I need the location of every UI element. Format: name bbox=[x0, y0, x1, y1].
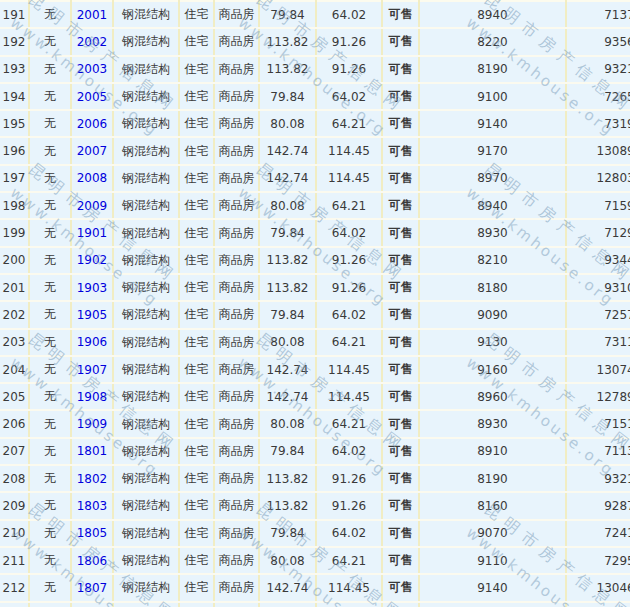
table-row: 199 无 1901 钢混结构 住宅 商品房 79.84 64.02 可售 89… bbox=[0, 219, 630, 246]
cell-build-area: 79.84 bbox=[259, 438, 316, 465]
cell-usage: 住宅 bbox=[179, 520, 214, 547]
table-row: 203 无 1906 钢混结构 住宅 商品房 80.08 64.21 可售 91… bbox=[0, 329, 630, 356]
cell-structure: 钢混结构 bbox=[113, 56, 179, 83]
unit-number-link[interactable]: 2006 bbox=[77, 117, 108, 131]
cell-usage: 住宅 bbox=[179, 192, 214, 219]
unit-number-link[interactable]: 1807 bbox=[77, 581, 108, 595]
cell-house-type: 商品房 bbox=[214, 247, 259, 274]
cell-inner-area: 114.45 bbox=[316, 165, 382, 192]
cell-build-area: 113.82 bbox=[259, 28, 316, 55]
cell-structure: 钢混结构 bbox=[113, 1, 179, 28]
cell-mortgage: 无 bbox=[29, 110, 71, 137]
cell-total-price: 715114 bbox=[566, 410, 630, 437]
cell-inner-area: 114.45 bbox=[316, 602, 382, 607]
cell-mortgage: 无 bbox=[29, 602, 71, 607]
cell-usage: 住宅 bbox=[179, 110, 214, 137]
cell-unit-price: 8940 bbox=[419, 192, 566, 219]
cell-mortgage: 无 bbox=[29, 247, 71, 274]
cell-total-price: 1308926 bbox=[566, 137, 630, 164]
cell-usage: 住宅 bbox=[179, 383, 214, 410]
cell-unit-price: 8940 bbox=[419, 602, 566, 607]
unit-number-link[interactable]: 1908 bbox=[77, 390, 108, 404]
unit-number-link[interactable]: 1909 bbox=[77, 417, 108, 431]
cell-build-area: 113.82 bbox=[259, 56, 316, 83]
cell-inner-area: 64.02 bbox=[316, 83, 382, 110]
unit-number-link[interactable]: 1806 bbox=[77, 554, 108, 568]
table-row: 202 无 1905 钢混结构 住宅 商品房 79.84 64.02 可售 90… bbox=[0, 301, 630, 328]
cell-inner-area: 114.45 bbox=[316, 356, 382, 383]
cell-build-area: 79.84 bbox=[259, 1, 316, 28]
cell-sale-status: 可售 bbox=[382, 465, 419, 492]
unit-number-link[interactable]: 1902 bbox=[77, 253, 108, 267]
cell-usage: 住宅 bbox=[179, 83, 214, 110]
cell-unit-price: 9090 bbox=[419, 301, 566, 328]
cell-inner-area: 114.45 bbox=[316, 383, 382, 410]
cell-house-type: 商品房 bbox=[214, 492, 259, 519]
cell-unit-number: 1905 bbox=[71, 301, 113, 328]
cell-house-type: 商品房 bbox=[214, 110, 259, 137]
cell-unit-number: 2007 bbox=[71, 137, 113, 164]
cell-structure: 钢混结构 bbox=[113, 574, 179, 601]
unit-number-link[interactable]: 2003 bbox=[77, 62, 108, 76]
cell-sale-status: 可售 bbox=[382, 219, 419, 246]
unit-number-link[interactable]: 1906 bbox=[77, 335, 108, 349]
cell-total-price: 712971 bbox=[566, 219, 630, 246]
cell-house-type: 商品房 bbox=[214, 1, 259, 28]
cell-unit-price: 9170 bbox=[419, 137, 566, 164]
cell-build-area: 142.74 bbox=[259, 383, 316, 410]
cell-build-area: 142.74 bbox=[259, 137, 316, 164]
cell-unit-number: 1808 bbox=[71, 602, 113, 607]
cell-sale-status: 可售 bbox=[382, 301, 419, 328]
cell-sale-status: 可售 bbox=[382, 520, 419, 547]
cell-sale-status: 可售 bbox=[382, 356, 419, 383]
cell-house-type: 商品房 bbox=[214, 465, 259, 492]
cell-unit-number: 1906 bbox=[71, 329, 113, 356]
cell-build-area: 79.84 bbox=[259, 301, 316, 328]
unit-number-link[interactable]: 2007 bbox=[77, 144, 108, 158]
cell-inner-area: 64.02 bbox=[316, 520, 382, 547]
cell-inner-area: 91.26 bbox=[316, 465, 382, 492]
cell-row-number: 194 bbox=[0, 83, 29, 110]
unit-number-link[interactable]: 1802 bbox=[77, 472, 108, 486]
unit-number-link[interactable]: 1907 bbox=[77, 363, 108, 377]
unit-number-link[interactable]: 2005 bbox=[77, 90, 108, 104]
cell-row-number: 212 bbox=[0, 574, 29, 601]
cell-sale-status: 可售 bbox=[382, 110, 419, 137]
unit-number-link[interactable]: 1801 bbox=[77, 444, 108, 458]
cell-sale-status: 可售 bbox=[382, 137, 419, 164]
unit-number-link[interactable]: 1903 bbox=[77, 281, 108, 295]
unit-number-link[interactable]: 1803 bbox=[77, 499, 108, 513]
cell-structure: 钢混结构 bbox=[113, 410, 179, 437]
cell-house-type: 商品房 bbox=[214, 301, 259, 328]
unit-number-link[interactable]: 1905 bbox=[77, 308, 108, 322]
cell-unit-number: 2008 bbox=[71, 165, 113, 192]
cell-inner-area: 91.26 bbox=[316, 492, 382, 519]
cell-mortgage: 无 bbox=[29, 137, 71, 164]
cell-unit-price: 8930 bbox=[419, 219, 566, 246]
cell-house-type: 商品房 bbox=[214, 274, 259, 301]
unit-number-link[interactable]: 2008 bbox=[77, 171, 108, 185]
table-row: 205 无 1908 钢混结构 住宅 商品房 142.74 114.45 可售 … bbox=[0, 383, 630, 410]
cell-unit-price: 8970 bbox=[419, 165, 566, 192]
table-row: 212 无 1807 钢混结构 住宅 商品房 142.74 114.45 可售 … bbox=[0, 574, 630, 601]
unit-number-link[interactable]: 1901 bbox=[77, 226, 108, 240]
table-row: 191 无 2001 钢混结构 住宅 商品房 79.84 64.02 可售 89… bbox=[0, 1, 630, 28]
cell-row-number: 206 bbox=[0, 410, 29, 437]
cell-usage: 住宅 bbox=[179, 219, 214, 246]
table-row: 213 无 1808 钢混结构 住宅 商品房 142.74 114.45 可售 … bbox=[0, 602, 630, 607]
unit-number-link[interactable]: 2001 bbox=[77, 8, 108, 22]
cell-total-price: 928771 bbox=[566, 492, 630, 519]
unit-number-link[interactable]: 2002 bbox=[77, 35, 108, 49]
cell-inner-area: 91.26 bbox=[316, 274, 382, 301]
cell-mortgage: 无 bbox=[29, 410, 71, 437]
cell-house-type: 商品房 bbox=[214, 547, 259, 574]
cell-build-area: 80.08 bbox=[259, 410, 316, 437]
unit-number-link[interactable]: 1805 bbox=[77, 526, 108, 540]
cell-row-number: 202 bbox=[0, 301, 29, 328]
cell-unit-number: 1903 bbox=[71, 274, 113, 301]
table-row: 208 无 1802 钢混结构 住宅 商品房 113.82 91.26 可售 8… bbox=[0, 465, 630, 492]
table-row: 195 无 2006 钢混结构 住宅 商品房 80.08 64.21 可售 91… bbox=[0, 110, 630, 137]
cell-structure: 钢混结构 bbox=[113, 219, 179, 246]
unit-number-link[interactable]: 2009 bbox=[77, 199, 108, 213]
cell-unit-number: 1806 bbox=[71, 547, 113, 574]
